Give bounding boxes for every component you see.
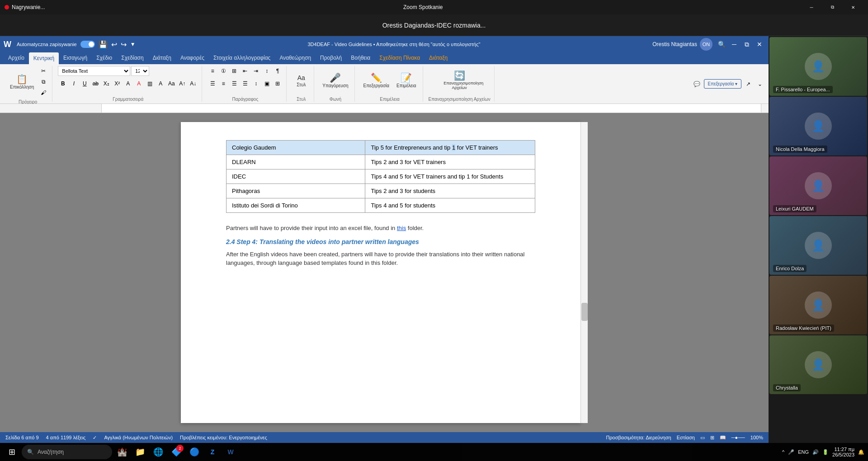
minimize-ribbon-icon[interactable]: ─ (729, 39, 740, 50)
share-button[interactable]: ↗ (743, 79, 753, 89)
case-button[interactable]: Aa (166, 79, 176, 89)
language-indicator[interactable]: Αγγλικά (Ηνωμένων Πολιτειών) (104, 435, 173, 440)
view-normal-icon[interactable]: ▭ (700, 435, 705, 441)
tab-table-design[interactable]: Σχεδίαση Πίνακα (375, 52, 425, 64)
align-right-button[interactable]: ☰ (229, 79, 239, 89)
tab-mailings[interactable]: Στοιχεία αλληλογραφίας (209, 52, 275, 64)
zoom-control[interactable]: ─●── (731, 435, 745, 440)
paste-button[interactable]: 📋 Επικόλληση (7, 73, 37, 91)
show-marks-button[interactable]: ¶ (273, 66, 283, 76)
line-spacing-button[interactable]: ↕ (251, 79, 261, 89)
highlight-button[interactable]: ▥ (145, 79, 155, 89)
battery-icon[interactable]: 🔋 (822, 449, 829, 455)
taskbar-skype-icon[interactable]: 🔵 (186, 444, 203, 460)
tab-table-layout[interactable]: Διάταξη (425, 52, 452, 64)
cut-button[interactable]: ✂ (38, 66, 48, 76)
scrollbar-thumb[interactable] (581, 303, 588, 321)
shrink-font-button[interactable]: A↓ (188, 79, 198, 89)
numbering-button[interactable]: ① (218, 66, 228, 76)
close-word-icon[interactable]: ✕ (754, 39, 765, 50)
undo-icon[interactable]: ↩ (111, 40, 117, 49)
teams-badge: 2 (176, 445, 184, 452)
underline-button[interactable]: U (80, 79, 90, 89)
view-web-icon[interactable]: ⊞ (710, 435, 714, 441)
mic-icon[interactable]: 🎤 (788, 449, 794, 455)
subscript-button[interactable]: X₂ (101, 79, 111, 89)
multilevel-button[interactable]: ⊞ (229, 66, 239, 76)
review-button[interactable]: 📝 Επιμέλεια (394, 71, 419, 90)
comments-panel-button[interactable]: 💬 (692, 79, 702, 89)
view-read-icon[interactable]: 📖 (720, 435, 726, 441)
search-icon[interactable]: 🔍 (716, 39, 727, 50)
strikethrough-button[interactable]: ab (90, 79, 100, 89)
spell-check-icon[interactable]: ✓ (93, 435, 97, 441)
taskbar-zoom-icon[interactable]: Z (204, 444, 221, 460)
scrollbar-vertical[interactable] (580, 122, 588, 423)
focus-button[interactable]: Εστίαση (677, 435, 695, 440)
bold-button[interactable]: B (58, 79, 68, 89)
clear-format-button[interactable]: A (123, 79, 133, 89)
maximize-button[interactable]: ⧉ (822, 0, 843, 14)
document-container[interactable]: Colegio Gaudem Tip 5 for Entrepreneurs a… (0, 113, 769, 432)
start-button[interactable]: ⊞ (4, 444, 20, 460)
text-prediction[interactable]: Προβλέπεις κειμένου: Ενεργοποιημένες (180, 435, 267, 440)
taskbar-chrome-icon[interactable]: 🌐 (150, 444, 166, 460)
tab-help[interactable]: Βοήθεια (346, 52, 375, 64)
autosave-toggle[interactable] (80, 41, 95, 48)
this-link[interactable]: this (397, 225, 406, 231)
grow-font-button[interactable]: A↑ (177, 79, 187, 89)
status-bar-right: Προσβασιμότητα: Διερεύνηση Εστίαση ▭ ⊞ 📖… (606, 435, 763, 441)
tab-references[interactable]: Αναφορές (176, 52, 209, 64)
ruler (0, 104, 769, 113)
taskbar-search[interactable]: 🔍 Αναζήτηση (22, 445, 112, 459)
tab-design[interactable]: Σχεδίαση (117, 52, 148, 64)
volume-icon[interactable]: 🔊 (812, 449, 819, 455)
lang-indicator[interactable]: ENG (798, 449, 809, 455)
superscript-button[interactable]: X² (112, 79, 122, 89)
taskbar-word-icon[interactable]: W (222, 444, 239, 460)
taskbar-chevron-icon[interactable]: ^ (782, 449, 784, 455)
redo-icon[interactable]: ↪ (121, 40, 127, 49)
copy-button[interactable]: ⧉ (38, 77, 48, 87)
accessibility-status[interactable]: Προσβασιμότητα: Διερεύνηση (606, 435, 671, 440)
border-button[interactable]: ⊞ (273, 79, 283, 89)
font-color-button[interactable]: A (134, 79, 144, 89)
minimize-button[interactable]: ─ (801, 0, 822, 14)
increase-indent-button[interactable]: ⇥ (251, 66, 261, 76)
font-size-select[interactable]: 12 (131, 66, 149, 76)
zoom-percentage[interactable]: 100% (750, 435, 763, 440)
justify-button[interactable]: ☰ (240, 79, 250, 89)
save-icon[interactable]: 💾 (99, 40, 108, 49)
customize-icon[interactable]: ▼ (130, 41, 136, 47)
dictate-button[interactable]: 🎤 Υπαγόρευση (320, 71, 351, 90)
notification-icon[interactable]: 🔔 (858, 449, 864, 455)
restore-icon[interactable]: ⧉ (741, 39, 752, 50)
tab-review[interactable]: Αναθεώρηση (275, 52, 316, 64)
tab-file[interactable]: Αρχείο (4, 52, 29, 64)
more-options-icon[interactable]: ⌄ (755, 79, 765, 89)
tab-insert[interactable]: Εισαγωγή (59, 52, 92, 64)
taskbar-castle-icon[interactable]: 🏰 (114, 444, 130, 460)
sort-button[interactable]: ↕ (262, 66, 272, 76)
tab-home[interactable]: Κεντρική (29, 52, 59, 64)
format-painter-button[interactable]: 🖌 (38, 88, 48, 98)
tab-draw[interactable]: Σχέδιο (92, 52, 117, 64)
bullets-button[interactable]: ≡ (208, 66, 217, 76)
tab-view[interactable]: Προβολή (316, 52, 346, 64)
italic-button[interactable]: I (69, 79, 79, 89)
reuse-button[interactable]: 🔄 Επαναχρησιμοποίηση Αρχείων (441, 69, 478, 92)
text-effects-button[interactable]: A (156, 79, 165, 89)
align-center-button[interactable]: ≡ (218, 79, 228, 89)
taskbar-teams-icon[interactable]: 🔷 2 (168, 444, 184, 460)
font-name-select[interactable]: Bellota Text (58, 66, 130, 76)
styles-button[interactable]: Aa Στυλ (292, 72, 310, 89)
align-left-button[interactable]: ☰ (208, 79, 217, 89)
edit-dropdown-button[interactable]: Επεξεργασία ▾ (704, 79, 741, 89)
font-group: Bellota Text 12 B I U ab X₂ X² A (54, 66, 202, 102)
tab-layout[interactable]: Διάταξη (148, 52, 176, 64)
taskbar-folder-icon[interactable]: 📁 (132, 444, 148, 460)
close-button[interactable]: ✕ (843, 0, 863, 14)
shading-button[interactable]: ▣ (262, 79, 272, 89)
edit-button[interactable]: ✏️ Επεξεργασία (360, 71, 392, 90)
decrease-indent-button[interactable]: ⇤ (240, 66, 250, 76)
